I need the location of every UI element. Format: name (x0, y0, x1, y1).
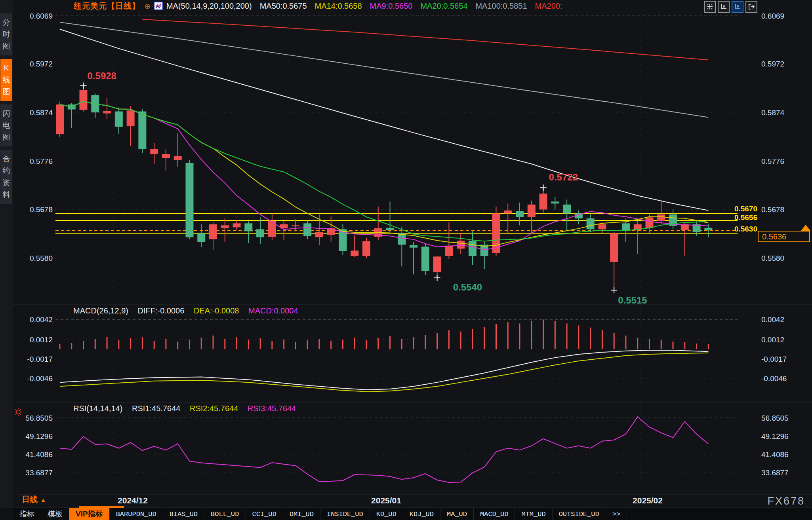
candle-body (56, 104, 64, 134)
tab-dmiud[interactable]: DMI_UD (283, 508, 320, 520)
candle-body (421, 247, 429, 271)
candle-body (551, 201, 559, 203)
candle-body (127, 110, 135, 126)
axis-label-right: 0.0042 (761, 315, 784, 324)
level-price-label: 0.5670 (734, 205, 757, 213)
sidebar-item-3[interactable]: 闪电图 (0, 104, 12, 146)
current-price-arrow-icon (801, 225, 810, 231)
candle-body (598, 224, 606, 230)
tab-barupdnud[interactable]: BARUPDN_UD (110, 508, 163, 520)
ma9-value: MA9:0.5650 (370, 2, 413, 11)
candle-body (221, 225, 229, 228)
candle-body (563, 205, 571, 214)
macd-dea-value: DEA:-0.0008 (194, 306, 239, 315)
candle-body (315, 232, 323, 237)
level-price-label: 0.5656 (734, 213, 757, 222)
candle-body (469, 241, 477, 256)
sidebar-item-2[interactable]: K线图 (0, 59, 12, 101)
candle-body (256, 229, 264, 237)
candle-body (704, 228, 712, 230)
period-selector[interactable]: 日线▲ (22, 494, 46, 505)
tab-模板[interactable]: 模板 (41, 508, 69, 520)
tab-kdjud[interactable]: KDJ_UD (403, 508, 440, 520)
rsi-pane-icon (16, 410, 20, 414)
candle-body (80, 90, 88, 110)
tab-outsideud[interactable]: OUTSIDE_UD (553, 508, 606, 520)
ma-line-ma14 (60, 101, 708, 246)
macd-dea-line (60, 353, 708, 392)
tab-vip指标[interactable]: VIP指标 (69, 508, 110, 520)
tab-mtmud[interactable]: MTM_UD (515, 508, 552, 520)
rsi3-value: RSI3:45.7644 (248, 404, 296, 413)
candle-body (138, 112, 146, 149)
mini-line-chart-icon[interactable] (154, 2, 163, 10)
candle-body (351, 251, 358, 256)
candle-body (657, 214, 665, 221)
axis-label-right: 0.6069 (761, 12, 784, 20)
axis-label-right: 56.8505 (761, 414, 789, 422)
chart-canvas[interactable]: 0.60690.60690.59720.59720.58740.58740.57… (0, 0, 812, 520)
macd-pane-header: MACD(26,12,9) DIFF:-0.0006 DEA:-0.0008 M… (73, 306, 305, 315)
macd-hist-value: MACD:0.0004 (248, 306, 298, 315)
chart-window: 0.60690.60690.59720.59720.58740.58740.57… (0, 0, 812, 520)
candle-body (539, 194, 547, 209)
tab-kdud[interactable]: KD_UD (370, 508, 403, 520)
candle-body (362, 241, 370, 256)
x-axis-label: 2025/02 (633, 496, 663, 505)
tab-macdud[interactable]: MACD_UD (474, 508, 515, 520)
candle-body (185, 163, 193, 237)
candle-body (445, 246, 453, 256)
ma20-value: MA20:0.5654 (420, 2, 467, 11)
axis-label-right: 0.0012 (761, 336, 784, 344)
candle-body (115, 112, 123, 127)
price-annotation: 0.5515 (618, 295, 647, 306)
axis-label-left: 0.0012 (30, 336, 53, 344)
axis-label-left: -0.0017 (27, 355, 53, 363)
axis-label-left: 0.5580 (30, 254, 53, 262)
axis-label-left: 0.5972 (30, 60, 53, 68)
axis-label-right: 0.5776 (761, 157, 784, 165)
price-annotation: 0.5722 (549, 172, 578, 182)
tab-cciud[interactable]: CCI_UD (246, 508, 283, 520)
ma-line-ma9 (60, 101, 708, 250)
candle-body (610, 233, 618, 262)
add-overlay-icon[interactable]: ⊕ (144, 2, 151, 11)
level-price-label: 0.5630 (734, 225, 757, 233)
axis-label-left: 56.8505 (25, 414, 53, 422)
axis-label-right: -0.0046 (761, 374, 787, 383)
rsi-pane-header: RSI(14,14,14) RSI1:45.7644 RSI2:45.7644 … (73, 404, 303, 413)
axis-label-right: 0.5972 (761, 60, 784, 68)
ma-line-ma200 (142, 19, 708, 60)
chart-header: 纽元美元【日线】 ⊕ MA(50,14,9,20,100,200) MA50:0… (13, 0, 812, 12)
tab-biasud[interactable]: BIAS_UD (163, 508, 204, 520)
sidebar-item-4[interactable]: 合约资料 (0, 150, 12, 204)
rsi-params-label: RSI(14,14,14) (73, 404, 123, 413)
candle-body (209, 224, 217, 239)
candle-body (233, 223, 241, 227)
tab-maud[interactable]: MA_UD (440, 508, 474, 520)
candle-body (433, 256, 441, 272)
candle-body (646, 217, 654, 228)
candle-body (622, 223, 630, 230)
rsi-pane-icon-ray (15, 414, 16, 415)
tab-[interactable]: >> (606, 508, 627, 520)
tab-bollud[interactable]: BOLL_UD (204, 508, 246, 520)
price-annotation: 0.5540 (453, 282, 482, 292)
macd-diff-value: DIFF:-0.0006 (138, 306, 185, 315)
axis-label-left: 0.6069 (30, 12, 53, 20)
tab-指标[interactable]: 指标 (13, 508, 41, 520)
axis-label-left: 49.1296 (25, 432, 53, 440)
axis-label-left: 0.5776 (30, 157, 53, 165)
axis-label-left: 0.5678 (30, 205, 53, 214)
macd-diff-line (60, 350, 708, 390)
axis-label-right: 0.5580 (761, 254, 784, 262)
ma-line-ma100 (60, 22, 708, 117)
tab-insideud[interactable]: INSIDE_UD (320, 508, 370, 520)
candle-body (162, 154, 170, 158)
symbol-title: 纽元美元【日线】 (74, 1, 140, 11)
candle-body (587, 218, 595, 230)
ma200-value: MA200: (535, 2, 562, 11)
axis-label-right: 0.5874 (761, 108, 785, 117)
sidebar-item-1[interactable]: 分时图 (0, 13, 12, 55)
candle-body (410, 245, 417, 247)
